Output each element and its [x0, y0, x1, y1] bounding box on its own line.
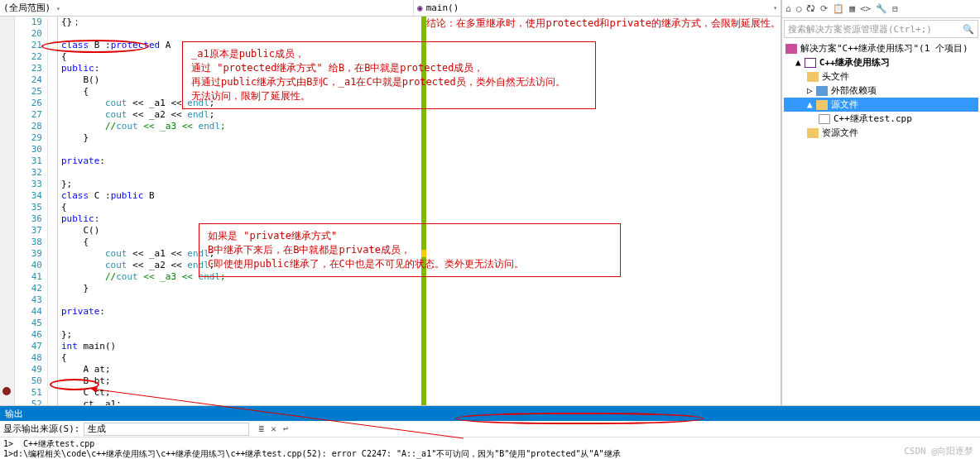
tree-folder-external[interactable]: ▷ 外部依赖项	[784, 84, 978, 98]
code-icon[interactable]: <>	[860, 3, 871, 14]
ref-icon	[816, 86, 828, 96]
function-label: main()	[426, 2, 459, 13]
output-source-dropdown[interactable]: 生成	[84, 423, 249, 436]
clear-icon[interactable]: ✕	[271, 423, 276, 434]
home-icon[interactable]: ⌂	[785, 3, 791, 14]
output-text[interactable]: 1> C++继承test.cpp 1>d:\编程相关\code\c++继承使用练…	[0, 437, 980, 459]
line-number-gutter: 1920212223242526272829303132333435363738…	[15, 17, 48, 405]
highlight-circle	[50, 379, 99, 390]
annotation-text: 如果是 "private继承方式"	[208, 229, 612, 243]
editor-navbar: (全局范围) ▾ ◉ main() ▾	[0, 0, 781, 17]
properties-icon[interactable]: ▦	[849, 3, 855, 14]
copy-icon[interactable]: 📋	[833, 3, 844, 14]
annotation-text: 无法访问，限制了延展性。	[191, 89, 587, 103]
annotation-text: 再通过public继承方式由B到C，_a1在C中就是protected员，类外自…	[191, 75, 587, 89]
output-title: 输出	[5, 408, 23, 420]
tree-folder-headers[interactable]: 头文件	[784, 69, 978, 84]
tree-label: 解决方案"C++继承使用练习"(1 个项目)	[800, 42, 968, 55]
code-area[interactable]: 1920212223242526272829303132333435363738…	[0, 17, 781, 405]
annotation-text: _a1原本是public成员，	[191, 47, 587, 61]
editor-pane: (全局范围) ▾ ◉ main() ▾ 19202122232425262728…	[0, 0, 781, 405]
chevron-down-icon: ▾	[773, 4, 777, 12]
highlight-circle	[41, 40, 149, 53]
project-icon	[805, 58, 816, 68]
highlight-circle	[455, 413, 704, 424]
tree-label: C++继承使用练习	[819, 56, 891, 69]
breakpoint-margin[interactable]	[0, 17, 15, 405]
wrench-icon[interactable]: 🔧	[876, 3, 887, 14]
folder-icon	[807, 72, 819, 82]
collapse-icon[interactable]: ⊟	[892, 3, 898, 14]
folder-icon	[807, 128, 819, 138]
tree-label: 资源文件	[822, 127, 858, 139]
wrap-icon[interactable]: ↩	[283, 423, 289, 434]
search-placeholder: 搜索解决方案资源管理器(Ctrl+;)	[788, 23, 932, 36]
search-input[interactable]: 搜索解决方案资源管理器(Ctrl+;) 🔍	[784, 20, 978, 38]
annotation-text: C即使使用public继承了，在C中也是不可见的状态。类外更无法访问。	[208, 257, 612, 271]
fold-column[interactable]	[48, 17, 58, 405]
back-icon[interactable]: ◯	[796, 3, 802, 14]
annotation-text: 通过 "protected继承方式" 给B，在B中就是protected成员，	[191, 61, 587, 75]
scope-label: (全局范围)	[3, 2, 50, 13]
search-icon[interactable]: 🔍	[963, 24, 974, 35]
explorer-toolbar: ⌂ ◯ 🗘 ⟳ 📋 ▦ <> 🔧 ⊟	[782, 0, 980, 18]
tree-label: C++继承test.cpp	[833, 112, 912, 125]
watermark: CSDN @向阳逐梦	[904, 445, 973, 457]
tree-label: 头文件	[822, 70, 849, 83]
solution-explorer: ⌂ ◯ 🗘 ⟳ 📋 ▦ <> 🔧 ⊟ 搜索解决方案资源管理器(Ctrl+;) 🔍…	[781, 0, 980, 405]
tree-solution[interactable]: 解决方案"C++继承使用练习"(1 个项目)	[784, 41, 978, 55]
folder-icon	[816, 100, 828, 110]
output-panel: 输出 显示输出来源(S): 生成 ≣ ✕ ↩ 1> C++继承test.cpp …	[0, 405, 980, 459]
tree-file-cpp[interactable]: C++继承test.cpp	[784, 112, 978, 126]
function-icon: ◉	[417, 2, 423, 13]
scope-dropdown[interactable]: (全局范围) ▾	[0, 0, 414, 16]
tree-label: 源文件	[831, 98, 858, 111]
tree-project[interactable]: ▲ C++继承使用练习	[784, 55, 978, 69]
sync-icon[interactable]: 🗘	[806, 3, 815, 14]
output-source-value: 生成	[88, 423, 106, 435]
chevron-down-icon: ▾	[56, 5, 60, 12]
solution-tree[interactable]: 解决方案"C++继承使用练习"(1 个项目) ▲ C++继承使用练习 头文件 ▷…	[782, 40, 980, 405]
solution-icon	[785, 44, 797, 54]
tree-folder-sources[interactable]: ▲ 源文件	[784, 98, 978, 112]
goto-icon[interactable]: ≣	[259, 423, 265, 434]
tree-folder-resources[interactable]: 资源文件	[784, 126, 978, 140]
refresh-icon[interactable]: ⟳	[820, 3, 828, 14]
annotation-box-2: 如果是 "private继承方式" B中继承下来后，在B中就都是private成…	[199, 223, 621, 277]
cpp-icon	[819, 114, 830, 124]
annotation-box-1: _a1原本是public成员， 通过 "protected继承方式" 给B，在B…	[182, 41, 596, 109]
output-source-label: 显示输出来源(S):	[3, 423, 80, 435]
annotation-text: B中继承下来后，在B中就都是private成员，	[208, 243, 612, 257]
output-toolbar: 显示输出来源(S): 生成 ≣ ✕ ↩	[0, 421, 980, 437]
function-dropdown[interactable]: ◉ main() ▾	[414, 1, 781, 15]
tree-label: 外部依赖项	[831, 84, 877, 97]
breakpoint-icon[interactable]	[2, 387, 11, 395]
